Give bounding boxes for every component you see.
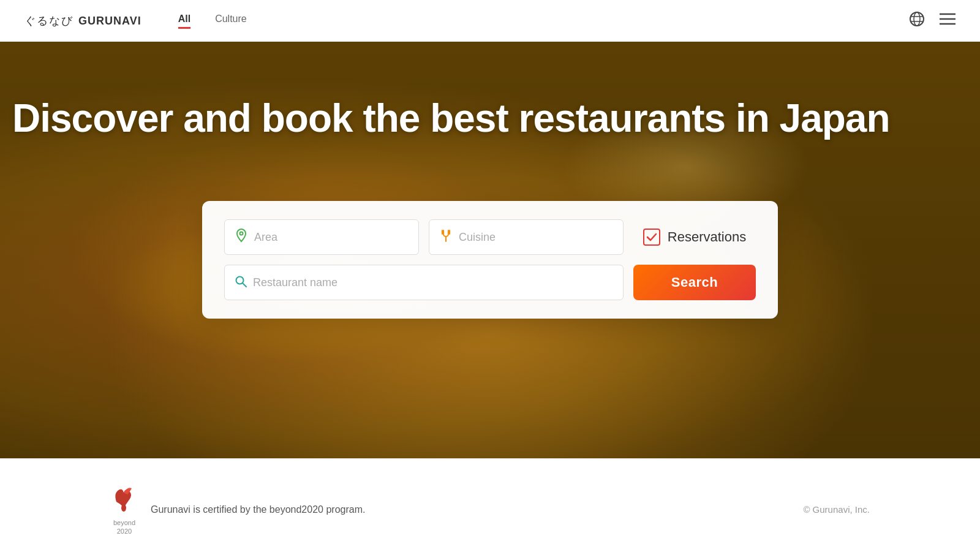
globe-icon[interactable]	[909, 11, 925, 31]
restaurant-name-input[interactable]	[253, 276, 613, 289]
area-input[interactable]	[254, 231, 409, 244]
nav-right	[909, 11, 956, 31]
footer-cert-text: Gurunavi is certified by the beyond2020 …	[151, 504, 365, 515]
restaurant-input-field[interactable]	[224, 265, 624, 300]
nav-all[interactable]: All	[178, 13, 190, 29]
reservations-label: Reservations	[668, 229, 746, 245]
search-button[interactable]: Search	[633, 265, 756, 300]
area-input-field[interactable]	[224, 219, 419, 255]
logo[interactable]: ぐるなび GURUNAVI	[24, 13, 141, 28]
cuisine-input[interactable]	[459, 231, 613, 244]
beyond2020-bird-icon	[110, 483, 138, 518]
svg-point-1	[914, 12, 920, 26]
logo-brand: GURUNAVI	[78, 15, 141, 28]
search-row-top: Reservations	[224, 219, 756, 255]
search-card: Reservations Search	[202, 201, 778, 319]
cuisine-icon	[439, 229, 453, 246]
hamburger-menu-icon[interactable]	[940, 13, 956, 29]
location-icon	[235, 228, 248, 246]
hero-section: Discover and book the best restaurants i…	[0, 42, 980, 458]
search-row-bottom: Search	[224, 265, 756, 300]
reservations-checkbox[interactable]: Reservations	[633, 229, 756, 246]
beyond2020-text: beyond2020	[113, 519, 135, 535]
checkbox-icon	[643, 229, 660, 246]
beyond2020-logo: beyond2020	[110, 483, 138, 535]
nav-links: All Culture	[178, 13, 909, 29]
svg-point-7	[240, 232, 243, 235]
svg-point-0	[910, 12, 924, 26]
svg-point-13	[121, 504, 126, 512]
svg-line-12	[243, 283, 246, 287]
footer-copyright: © Gurunavi, Inc.	[803, 504, 870, 515]
logo-japanese: ぐるなび	[24, 13, 74, 28]
nav-culture[interactable]: Culture	[215, 13, 247, 29]
navbar: ぐるなび GURUNAVI All Culture	[0, 0, 980, 42]
hero-title: Discover and book the best restaurants i…	[0, 97, 980, 140]
footer-left: beyond2020 Gurunavi is certified by the …	[110, 483, 803, 535]
cuisine-input-field[interactable]	[429, 219, 624, 255]
footer: beyond2020 Gurunavi is certified by the …	[0, 458, 980, 560]
search-icon	[235, 275, 247, 290]
